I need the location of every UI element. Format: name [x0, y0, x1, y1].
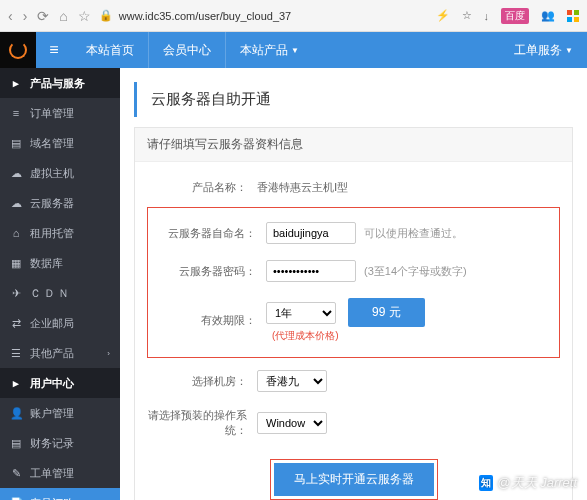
refresh-icon[interactable]: ⟳: [37, 8, 49, 24]
flash-icon[interactable]: ⚡: [436, 9, 450, 22]
caret-down-icon: ▼: [291, 46, 299, 55]
row-os: 请选择预装的操作系统： Window: [147, 400, 560, 447]
room-label: 选择机房：: [147, 374, 257, 389]
sidebar-section-user[interactable]: ▸ 用户中心: [0, 368, 120, 398]
menu-toggle-icon[interactable]: ≡: [36, 41, 72, 59]
home-icon[interactable]: ⌂: [59, 8, 67, 24]
product-label: 产品名称：: [147, 180, 257, 195]
logo[interactable]: [0, 32, 36, 68]
form-panel: 请仔细填写云服务器资料信息 产品名称： 香港特惠云主机Ⅰ型 云服务器自命名： 可…: [134, 127, 573, 500]
period-select[interactable]: 1年: [266, 302, 336, 324]
panel-header: 请仔细填写云服务器资料信息: [135, 128, 572, 162]
sidebar-item-cloud[interactable]: ☁云服务器: [0, 188, 120, 218]
highlighted-section: 云服务器自命名： 可以使用检查通过。 云服务器密码： (3至14个字母或数字): [147, 207, 560, 358]
swap-icon: ⇄: [10, 317, 22, 330]
name-hint: 可以使用检查通过。: [364, 226, 463, 241]
doc-icon: 📄: [10, 497, 22, 501]
card-icon: ▤: [10, 437, 22, 450]
user-icon: 👤: [10, 407, 22, 420]
caret-right-icon: ▸: [10, 77, 22, 90]
back-icon[interactable]: ‹: [8, 8, 13, 24]
price-button[interactable]: 99 元: [348, 298, 425, 327]
pencil-icon: ✎: [10, 467, 22, 480]
lock-icon: 🔒: [99, 9, 113, 22]
sidebar-item-mail[interactable]: ⇄企业邮局: [0, 308, 120, 338]
sidebar-item-finance[interactable]: ▤财务记录: [0, 428, 120, 458]
os-select[interactable]: Window: [257, 412, 327, 434]
sidebar-item-other[interactable]: ☰其他产品›: [0, 338, 120, 368]
list-icon: ≡: [10, 107, 22, 119]
product-value: 香港特惠云主机Ⅰ型: [257, 180, 348, 195]
submit-highlight: 马上实时开通云服务器: [270, 459, 438, 500]
nav-home[interactable]: 本站首页: [72, 32, 149, 68]
star-icon[interactable]: ☆: [78, 8, 91, 24]
sidebar-item-ticket[interactable]: ✎工单管理: [0, 458, 120, 488]
sidebar-item-orders[interactable]: ≡订单管理: [0, 98, 120, 128]
row-room: 选择机房： 香港九: [147, 362, 560, 400]
bookmark-icon[interactable]: ☆: [462, 9, 472, 22]
nav-products[interactable]: 本站产品▼: [226, 32, 313, 68]
os-label: 请选择预装的操作系统：: [147, 408, 257, 439]
name-input[interactable]: [266, 222, 356, 244]
download-icon[interactable]: ↓: [484, 10, 490, 22]
password-label: 云服务器密码：: [156, 264, 266, 279]
sidebar-item-vhost[interactable]: ☁虚拟主机: [0, 158, 120, 188]
caret-right-icon: ▸: [10, 377, 22, 390]
cloud-icon: ☁: [10, 197, 22, 210]
sidebar-item-buy[interactable]: 📄产品订购: [0, 488, 120, 500]
name-label: 云服务器自命名：: [156, 226, 266, 241]
row-password: 云服务器密码： (3至14个字母或数字): [156, 252, 551, 290]
nav-member[interactable]: 会员中心: [149, 32, 226, 68]
nav-tickets[interactable]: 工单服务▼: [500, 32, 587, 68]
chevron-right-icon: ›: [107, 349, 110, 358]
address-bar[interactable]: 🔒 www.idc35.com/user/buy_cloud_37: [99, 9, 428, 22]
sidebar-item-db[interactable]: ▦数据库: [0, 248, 120, 278]
sidebar-item-cdn[interactable]: ✈Ｃ Ｄ Ｎ: [0, 278, 120, 308]
password-input[interactable]: [266, 260, 356, 282]
submit-row: 马上实时开通云服务器: [147, 447, 560, 500]
row-period: 有效期限： 1年 99 元 (代理成本价格): [156, 290, 551, 351]
sidebar-item-rent[interactable]: ⌂租用托管: [0, 218, 120, 248]
send-icon: ✈: [10, 287, 22, 300]
users-icon[interactable]: 👥: [541, 9, 555, 22]
browser-toolbar: ‹ › ⟳ ⌂ ☆ 🔒 www.idc35.com/user/buy_cloud…: [0, 0, 587, 32]
content: 云服务器自助开通 请仔细填写云服务器资料信息 产品名称： 香港特惠云主机Ⅰ型 云…: [120, 68, 587, 500]
page-title: 云服务器自助开通: [134, 82, 587, 117]
menu-icon: ☰: [10, 347, 22, 360]
row-name: 云服务器自命名： 可以使用检查通过。: [156, 214, 551, 252]
submit-button[interactable]: 马上实时开通云服务器: [274, 463, 434, 496]
card-icon: ▤: [10, 137, 22, 150]
cloud-icon: ☁: [10, 167, 22, 180]
period-label: 有效期限：: [156, 313, 266, 328]
row-product: 产品名称： 香港特惠云主机Ⅰ型: [147, 172, 560, 203]
microsoft-icon[interactable]: [567, 10, 579, 22]
home-icon: ⌂: [10, 227, 22, 239]
caret-down-icon: ▼: [565, 46, 573, 55]
password-hint: (3至14个字母或数字): [364, 264, 467, 279]
top-nav: ≡ 本站首页 会员中心 本站产品▼ 工单服务▼: [0, 32, 587, 68]
room-select[interactable]: 香港九: [257, 370, 327, 392]
sidebar-item-domain[interactable]: ▤域名管理: [0, 128, 120, 158]
grid-icon: ▦: [10, 257, 22, 270]
forward-icon[interactable]: ›: [23, 8, 28, 24]
sidebar: ▸ 产品与服务 ≡订单管理 ▤域名管理 ☁虚拟主机 ☁云服务器 ⌂租用托管 ▦数…: [0, 68, 120, 500]
period-hint: (代理成本价格): [272, 329, 339, 343]
url-text: www.idc35.com/user/buy_cloud_37: [119, 10, 291, 22]
sidebar-item-account[interactable]: 👤账户管理: [0, 398, 120, 428]
sidebar-section-products[interactable]: ▸ 产品与服务: [0, 68, 120, 98]
baidu-badge[interactable]: 百度: [501, 8, 529, 24]
